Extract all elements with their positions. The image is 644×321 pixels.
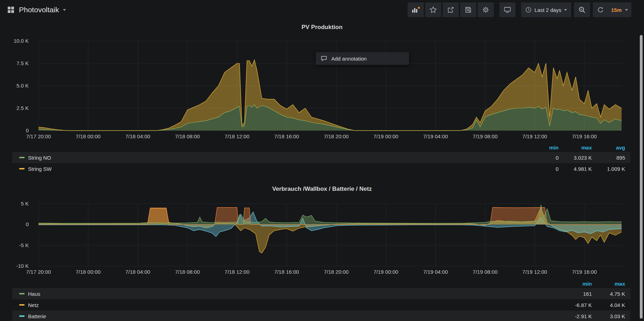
svg-text:7.5 K: 7.5 K — [16, 60, 29, 66]
legend-row-string-no: String NO 0 3.023 K 895 — [12, 152, 630, 163]
refresh-icon — [597, 6, 604, 13]
dashboard-settings-button[interactable] — [478, 2, 494, 17]
legend-max-value: 4.75 K — [592, 291, 625, 297]
svg-text:7/19 08:00: 7/19 08:00 — [473, 133, 498, 139]
series-name[interactable]: Batterie — [28, 313, 46, 319]
legend-min-value: -2.91 K — [559, 313, 592, 319]
dashboard-actions-group — [408, 2, 494, 17]
svg-text:0: 0 — [26, 127, 29, 133]
add-annotation-label: Add annotation — [331, 56, 367, 62]
save-dashboard-button[interactable] — [460, 2, 476, 17]
svg-text:7/18 16:00: 7/18 16:00 — [274, 133, 299, 139]
tv-mode-button[interactable] — [499, 2, 515, 17]
svg-text:7/18 00:00: 7/18 00:00 — [76, 269, 101, 275]
dashboard-title[interactable]: Photovoltaik — [19, 6, 59, 14]
add-panel-button[interactable] — [408, 2, 424, 17]
svg-text:5.0 K: 5.0 K — [16, 83, 29, 89]
legend-row-haus: Haus 161 4.75 K — [12, 288, 630, 299]
series-color-swatch[interactable] — [19, 157, 25, 158]
svg-text:-10 K: -10 K — [16, 263, 29, 269]
dashboard-title-caret-icon — [63, 9, 66, 11]
panel-title-verbrauch[interactable]: Verbrauch /Wallbox / Batterie / Netz — [0, 186, 644, 193]
series-color-swatch[interactable] — [19, 293, 25, 294]
zoom-out-time-button[interactable] — [574, 2, 590, 17]
svg-text:7/18 16:00: 7/18 16:00 — [274, 269, 299, 275]
legend-sort-min[interactable]: min — [525, 145, 559, 151]
vertical-scrollbar[interactable] — [640, 35, 643, 319]
time-range-picker[interactable]: Last 2 days — [521, 2, 571, 17]
series-name[interactable]: Netz — [28, 302, 39, 308]
refresh-interval-label: 15m — [608, 7, 624, 13]
legend-max-value: 4.04 K — [592, 302, 625, 308]
legend-avg-value: 1.009 K — [592, 166, 625, 172]
legend-max-value: 3.03 K — [592, 313, 625, 319]
verbrauch-chart[interactable]: 5 K0-5 K-10 K7/17 20:007/18 00:007/18 04… — [0, 200, 634, 282]
clock-icon — [525, 7, 532, 13]
svg-text:7/19 16:00: 7/19 16:00 — [572, 269, 597, 275]
svg-text:7/18 20:00: 7/18 20:00 — [324, 269, 349, 275]
svg-text:2.5 K: 2.5 K — [16, 105, 29, 111]
time-range-caret-icon — [564, 9, 567, 11]
svg-text:10.0 K: 10.0 K — [14, 38, 29, 44]
svg-text:7/19 12:00: 7/19 12:00 — [522, 133, 547, 139]
pv-produktion-chart[interactable]: 02.5 K5.0 K7.5 K10.0 K7/17 20:007/18 00:… — [0, 30, 634, 142]
svg-text:7/19 12:00: 7/19 12:00 — [522, 269, 547, 275]
legend-sort-min[interactable]: min — [559, 281, 592, 287]
svg-text:7/18 12:00: 7/18 12:00 — [224, 269, 249, 275]
share-dashboard-button[interactable] — [443, 2, 459, 17]
svg-text:7/18 08:00: 7/18 08:00 — [175, 269, 200, 275]
series-color-swatch[interactable] — [19, 315, 25, 317]
series-name[interactable]: String NO — [28, 155, 51, 161]
legend-header: min max avg — [12, 143, 630, 152]
svg-text:0: 0 — [26, 221, 29, 227]
legend-header: min max — [12, 279, 630, 288]
legend-max-value: 3.023 K — [559, 155, 592, 161]
refresh-control: 15m — [593, 2, 631, 17]
settings-gear-icon — [482, 6, 490, 14]
refresh-button[interactable] — [593, 2, 608, 17]
legend-row-string-sw: String SW 0 4.981 K 1.009 K — [12, 163, 630, 174]
tv-mode-icon — [504, 6, 511, 13]
legend-min-value: 161 — [559, 291, 592, 297]
svg-text:5 K: 5 K — [21, 201, 29, 207]
star-icon — [429, 6, 437, 14]
svg-text:7/18 04:00: 7/18 04:00 — [125, 269, 150, 275]
svg-text:7/18 00:00: 7/18 00:00 — [76, 133, 101, 139]
comment-bubble-icon — [321, 56, 327, 61]
legend-sort-avg[interactable]: avg — [592, 145, 625, 151]
svg-text:7/19 00:00: 7/19 00:00 — [373, 133, 398, 139]
svg-text:7/18 20:00: 7/18 20:00 — [324, 133, 349, 139]
zoom-out-icon — [578, 6, 586, 14]
share-icon — [447, 6, 454, 13]
legend-row-batterie: Batterie -2.91 K 3.03 K — [12, 310, 630, 321]
legend-sort-max[interactable]: max — [559, 145, 592, 151]
series-name[interactable]: Haus — [28, 291, 40, 297]
star-dashboard-button[interactable] — [425, 2, 441, 17]
refresh-interval-caret-icon — [625, 9, 628, 11]
add-panel-icon — [411, 6, 420, 14]
add-annotation-menu-item[interactable]: Add annotation — [316, 52, 409, 65]
navbar-right: Last 2 days 15m — [408, 2, 631, 17]
save-icon — [465, 6, 472, 13]
legend-max-value: 4.981 K — [559, 166, 592, 172]
refresh-interval-picker[interactable]: 15m — [608, 2, 631, 17]
svg-text:7/17 20:00: 7/17 20:00 — [26, 133, 51, 139]
svg-text:7/19 00:00: 7/19 00:00 — [373, 269, 398, 275]
legend-avg-value: 895 — [592, 155, 625, 161]
legend-pv-produktion: min max avg String NO 0 3.023 K 895 Stri… — [12, 143, 630, 174]
time-range-label: Last 2 days — [534, 7, 561, 13]
series-name[interactable]: String SW — [28, 166, 52, 172]
top-navbar: Photovoltaik — [0, 0, 644, 20]
svg-text:7/19 16:00: 7/19 16:00 — [572, 133, 597, 139]
svg-text:7/19 08:00: 7/19 08:00 — [473, 269, 498, 275]
svg-text:7/19 04:00: 7/19 04:00 — [423, 133, 448, 139]
legend-sort-max[interactable]: max — [592, 281, 625, 287]
svg-text:7/18 08:00: 7/18 08:00 — [175, 133, 200, 139]
series-color-swatch[interactable] — [19, 304, 25, 306]
svg-text:7/18 04:00: 7/18 04:00 — [125, 133, 150, 139]
apps-grid-icon[interactable] — [7, 6, 15, 14]
svg-text:7/18 12:00: 7/18 12:00 — [224, 133, 249, 139]
legend-min-value: 0 — [525, 166, 559, 172]
legend-min-value: 0 — [525, 155, 559, 161]
series-color-swatch[interactable] — [19, 168, 25, 169]
